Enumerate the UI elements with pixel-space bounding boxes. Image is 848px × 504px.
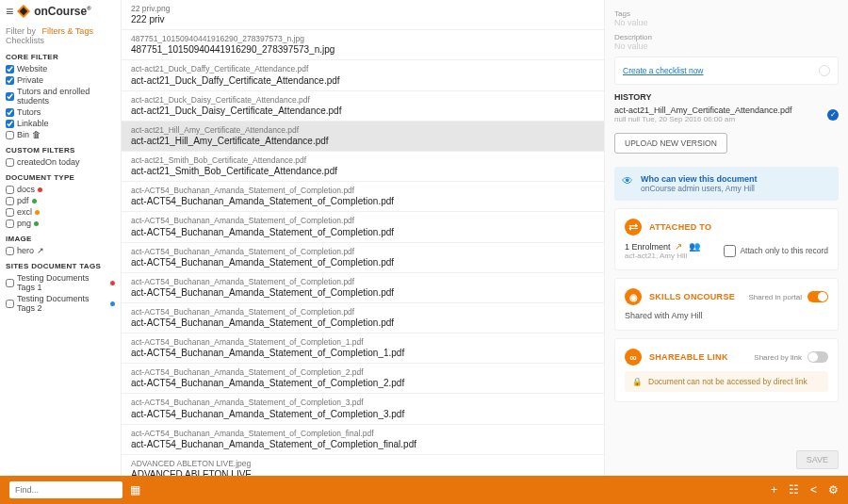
document-list: 22 priv.png222 priv487751_10150940441916… [121, 0, 605, 476]
history-meta: null null Tue, 20 Sep 2016 06:00 am [614, 115, 792, 123]
skills-shared: Shared with Amy Hill [625, 311, 828, 320]
sidebar: ≡ onCourse® Filter by Filters & Tags Che… [0, 0, 121, 476]
filter-item[interactable]: docs [6, 184, 115, 195]
document-row[interactable]: act-ACT54_Buchanan_Amanda_Statement_of_C… [122, 243, 604, 273]
document-row[interactable]: 22 priv.png222 priv [122, 0, 604, 30]
logo-icon [17, 5, 30, 18]
checklist-progress-icon [819, 65, 830, 76]
skills-title: SKILLS ONCOURSE [649, 292, 735, 301]
document-row[interactable]: act-act21_Hill_Amy_Certificate_Attendanc… [122, 122, 604, 152]
attach-only-checkbox[interactable]: Attach only to this record [724, 245, 828, 257]
doctype-heading: DOCUMENT TYPE [6, 173, 115, 182]
filter-item[interactable]: png [6, 218, 115, 229]
brand-name: onCourse® [34, 5, 90, 18]
document-row[interactable]: act-ACT54_Buchanan_Amanda_Statement_of_C… [122, 273, 604, 303]
gear-icon[interactable]: ⚙ [828, 483, 839, 496]
document-row[interactable]: act-act21_Duck_Daisy_Certificate_Attenda… [122, 91, 604, 122]
document-row[interactable]: act-act21_Smith_Bob_Certificate_Attendan… [122, 152, 604, 182]
tags-label: Tags [614, 9, 839, 18]
open-icon[interactable]: ↗ [675, 241, 682, 252]
document-row[interactable]: act-act21_Duck_Daffy_Certificate_Attenda… [122, 60, 604, 90]
sitetags-heading: SITES DOCUMENT TAGS [6, 262, 115, 270]
document-row[interactable]: act-ACT54_Buchanan_Amanda_Statement_of_C… [122, 364, 604, 394]
link-icon: ⮂ [625, 219, 642, 236]
document-row[interactable]: act-ACT54_Buchanan_Amanda_Statement_of_C… [122, 425, 604, 455]
desc-label: Description [614, 33, 839, 41]
enrolment-count: 1 Enrolment [625, 242, 671, 252]
skills-right-label: Shared in portal [749, 293, 802, 301]
who-can-view-card: 👁 Who can view this document onCourse ad… [614, 167, 839, 201]
eye-icon: 👁 [622, 174, 633, 187]
menu-icon[interactable]: ≡ [6, 4, 13, 19]
tab-filters[interactable]: Filters & Tags [42, 26, 93, 36]
history-heading: HISTORY [614, 92, 839, 102]
document-row[interactable]: act-ACT54_Buchanan_Amanda_Statement_of_C… [122, 212, 604, 242]
filter-item[interactable]: createdOn today [6, 156, 115, 168]
history-check-icon: ✓ [827, 109, 839, 121]
link-toggle[interactable] [807, 351, 828, 363]
filter-item[interactable]: pdf [6, 195, 115, 206]
document-row[interactable]: act-ACT54_Buchanan_Amanda_Statement_of_C… [122, 333, 604, 364]
desc-value[interactable]: No value [614, 41, 839, 51]
document-row[interactable]: act-ACT54_Buchanan_Amanda_Statement_of_C… [122, 394, 604, 424]
tags-value[interactable]: No value [614, 18, 839, 27]
custom-filters-heading: CUSTOM FILTERS [6, 146, 115, 154]
portal-toggle[interactable] [807, 291, 828, 302]
upload-version-button[interactable]: UPLOAD NEW VERSION [614, 133, 727, 154]
document-row[interactable]: ADVANCED ABLETON LIVE.jpegADVANCED ABLET… [122, 455, 604, 476]
filter-item[interactable]: Private [6, 74, 115, 86]
lock-icon: 🔒 [632, 377, 643, 386]
add-icon[interactable]: + [771, 483, 777, 496]
save-button[interactable]: SAVE [796, 450, 839, 469]
document-row[interactable]: 487751_10150940441916290_278397573_n.jpg… [122, 30, 604, 60]
filter-item[interactable]: excl [6, 206, 115, 218]
who-title: Who can view this document [641, 174, 758, 184]
filter-item[interactable]: Tutors [6, 106, 115, 118]
filter-by-label: Filter by [6, 26, 36, 36]
filter-item[interactable]: Tutors and enrolled students [6, 86, 115, 106]
share-right-label: Shared by link [754, 353, 802, 362]
filter-item[interactable]: Bin 🗑 [6, 129, 115, 140]
history-item[interactable]: act-act21_Hill_Amy_Certificate_Attendanc… [614, 102, 839, 127]
globe-icon: ◉ [625, 288, 642, 305]
calendar-icon[interactable]: ▦ [130, 483, 140, 496]
who-sub: onCourse admin users, Amy Hill [641, 184, 758, 193]
tab-checklists[interactable]: Checklists [6, 36, 44, 45]
image-heading: IMAGE [6, 235, 115, 243]
create-checklist-link[interactable]: Create a checklist now [623, 66, 704, 75]
filter-item[interactable]: Linkable [6, 118, 115, 129]
detail-panel: Tags No value Description No value Creat… [605, 0, 848, 476]
share-link-icon: ∞ [625, 349, 642, 366]
filter-item[interactable]: Testing Documents Tags 2 [6, 293, 115, 314]
bottom-bar: ▦ + ☷ < ⚙ [0, 476, 848, 504]
checklist-card: Create a checklist now [614, 57, 839, 85]
filter-item[interactable]: hero ↗ [6, 245, 115, 256]
find-input[interactable] [9, 481, 122, 498]
share-warning: 🔒 Document can not be accessed by direct… [625, 371, 828, 392]
document-row[interactable]: act-ACT54_Buchanan_Amanda_Statement_of_C… [122, 182, 604, 212]
attached-to-card: ⮂ ATTACHED TO 1 Enrolment ↗ 👥 act-act21,… [614, 208, 839, 270]
document-row[interactable]: act-ACT54_Buchanan_Amanda_Statement_of_C… [122, 303, 604, 333]
shareable-link-card: ∞ SHAREABLE LINK Shared by link 🔒 Docume… [614, 338, 839, 402]
history-filename: act-act21_Hill_Amy_Certificate_Attendanc… [614, 106, 792, 115]
enrolment-sub: act-act21, Amy Hill [625, 252, 702, 260]
people-icon[interactable]: 👥 [689, 241, 700, 252]
filter-item[interactable]: Website [6, 63, 115, 74]
skills-card: ◉ SKILLS ONCOURSE Shared in portal Share… [614, 278, 839, 331]
share-title: SHAREABLE LINK [649, 352, 728, 362]
filter-item[interactable]: Testing Documents Tags 1 [6, 272, 115, 293]
list-view-icon[interactable]: ☷ [789, 483, 799, 496]
attached-title: ATTACHED TO [649, 222, 711, 232]
core-filter-heading: CORE FILTER [6, 53, 115, 61]
share-icon[interactable]: < [810, 483, 817, 496]
